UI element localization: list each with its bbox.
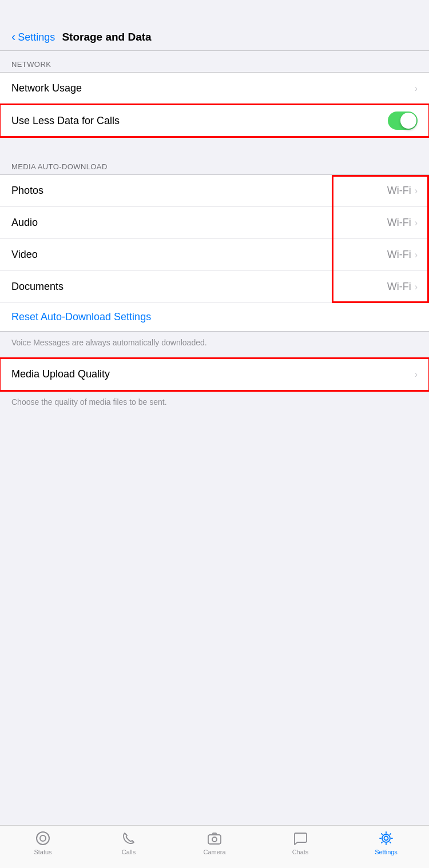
photos-chevron-icon: › [415,186,418,196]
media-upload-quality-row[interactable]: Media Upload Quality › [0,359,429,391]
tab-item-settings[interactable]: Settings [363,830,409,855]
media-auto-download-group: Photos Wi-Fi › Audio Wi-Fi › Video Wi-Fi… [0,174,429,332]
reset-auto-download-link[interactable]: Reset Auto-Download Settings [11,311,151,322]
photos-value: Wi-Fi [387,185,411,197]
video-chevron-icon: › [415,250,418,260]
photos-label: Photos [11,185,43,197]
reset-auto-download-row[interactable]: Reset Auto-Download Settings [0,303,429,331]
documents-row[interactable]: Documents Wi-Fi › [0,271,429,303]
tab-chats-label: Chats [292,849,309,855]
svg-point-4 [384,837,388,841]
tab-camera-label: Camera [203,849,225,855]
use-less-data-label: Use Less Data for Calls [11,115,120,127]
back-chevron-icon: ‹ [11,31,15,43]
audio-row[interactable]: Audio Wi-Fi › [0,207,429,239]
back-label: Settings [18,31,55,43]
documents-label: Documents [11,281,63,293]
media-upload-quality-chevron-icon: › [415,369,418,380]
svg-rect-2 [208,835,221,844]
status-icon [35,830,51,846]
media-upload-quality-right: › [415,369,418,380]
video-value: Wi-Fi [387,249,411,261]
network-usage-right: › [415,83,418,94]
svg-point-5 [382,834,390,842]
chats-icon [292,830,308,846]
tab-calls-label: Calls [122,849,136,855]
camera-icon [206,830,223,846]
media-upload-group: Media Upload Quality › [0,358,429,391]
tab-item-chats[interactable]: Chats [277,830,323,855]
media-upload-quality-label: Media Upload Quality [11,368,110,380]
tab-item-status[interactable]: Status [20,830,66,855]
audio-chevron-icon: › [415,218,418,228]
audio-value: Wi-Fi [387,217,411,229]
media-auto-download-footer: Voice Messages are always automatically … [0,332,429,358]
tab-status-label: Status [34,849,51,855]
tab-bar: Status Calls Camera Chats [0,825,429,868]
svg-point-1 [40,835,46,841]
page-title: Storage and Data [62,31,151,43]
back-button[interactable]: ‹ Settings [11,31,55,43]
video-row[interactable]: Video Wi-Fi › [0,239,429,271]
video-right: Wi-Fi › [387,249,418,261]
media-upload-footer: Choose the quality of media files to be … [0,391,429,417]
tab-item-camera[interactable]: Camera [192,830,237,855]
toggle-knob [400,113,416,129]
settings-icon [378,830,394,846]
use-less-data-toggle[interactable] [388,112,418,130]
header: ‹ Settings Storage and Data [0,0,429,51]
network-usage-row[interactable]: Network Usage › [0,73,429,105]
network-section-label: NETWORK [0,51,429,72]
tab-item-calls[interactable]: Calls [106,830,152,855]
tab-settings-label: Settings [375,849,398,855]
use-less-data-row[interactable]: Use Less Data for Calls [0,105,429,137]
media-auto-download-section-label: MEDIA AUTO-DOWNLOAD [0,153,429,174]
audio-label: Audio [11,217,38,229]
photos-right: Wi-Fi › [387,185,418,197]
video-label: Video [11,249,38,261]
svg-point-3 [212,837,217,842]
documents-right: Wi-Fi › [387,281,418,293]
photos-row[interactable]: Photos Wi-Fi › [0,175,429,207]
documents-chevron-icon: › [415,282,418,292]
network-usage-label: Network Usage [11,82,82,94]
spacer-1 [0,137,429,153]
documents-value: Wi-Fi [387,281,411,293]
network-usage-chevron-icon: › [415,83,418,94]
calls-icon [121,830,137,846]
network-settings-group: Network Usage › Use Less Data for Calls [0,72,429,137]
svg-point-0 [37,832,49,845]
audio-right: Wi-Fi › [387,217,418,229]
